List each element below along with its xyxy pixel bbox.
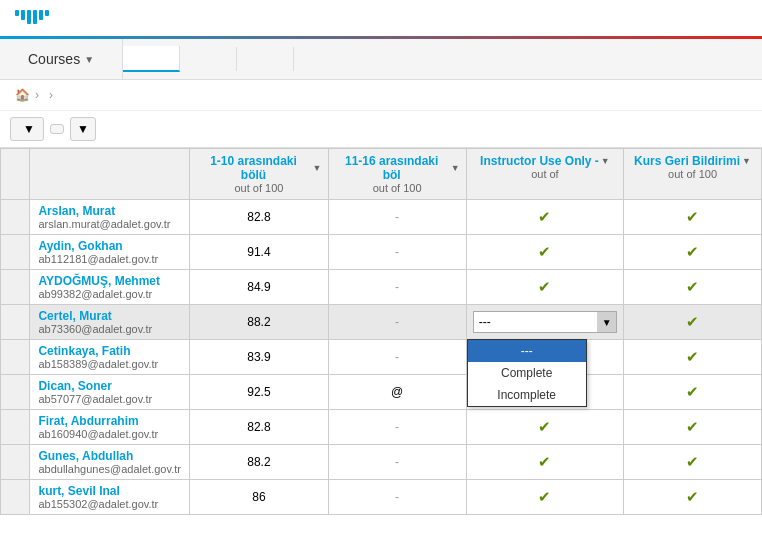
nav-assignments[interactable] [123,46,180,72]
checkmark-icon: ✔ [538,488,551,505]
col1-sub: out of 100 [234,182,283,194]
checkmark-icon: ✔ [686,383,699,400]
row-controls [1,270,30,305]
col3-value: ✔ [466,445,623,480]
col3-value[interactable]: --- Complete Incomplete ▼ --- Complete I… [466,305,623,340]
col1-value: 92.5 [190,375,328,410]
dash-icon: - [395,210,399,224]
dash-icon: - [395,350,399,364]
col4-value: ✔ [624,480,762,515]
student-name[interactable]: Cetinkaya, Fatih [38,344,183,358]
student-name[interactable]: Arslan, Murat [38,204,183,218]
col2-value: - [328,305,466,340]
checkmark-icon: ✔ [686,418,699,435]
table-row: kurt, Sevil Inalab155302@adalet.gov.tr86… [1,480,762,515]
options-button[interactable]: ▼ [10,117,44,141]
col2-value: - [328,270,466,305]
home-icon[interactable]: 🏠 [15,88,30,102]
toolbar: ▼ ▼ [0,111,762,148]
col3-sub: out of [531,168,559,180]
student-email: ab160940@adalet.gov.tr [38,428,183,440]
checkmark-icon: ✔ [686,278,699,295]
row-controls [1,375,30,410]
student-name[interactable]: kurt, Sevil Inal [38,484,183,498]
dropdown-popup: --- Complete Incomplete [467,339,587,407]
checkmark-icon: ✔ [686,453,699,470]
student-name[interactable]: Dican, Soner [38,379,183,393]
student-email: ab158389@adalet.gov.tr [38,358,183,370]
refresh-button[interactable] [50,124,64,134]
col4-value: ✔ [624,270,762,305]
th-col2: 11-16 arasındaki böl ▼ out of 100 [328,149,466,200]
dash-icon: - [395,420,399,434]
dropdown-option-incomplete[interactable]: Incomplete [468,384,586,406]
student-email: abdullahgunes@adalet.gov.tr [38,463,183,475]
nav-calendar[interactable] [237,47,294,71]
col4-value: ✔ [624,305,762,340]
dropdown-option-complete[interactable]: Complete [468,362,586,384]
col1-value: 83.9 [190,340,328,375]
checkmark-icon: ✔ [538,453,551,470]
instructor-dropdown-select[interactable]: --- Complete Incomplete [473,311,617,333]
dash-icon: - [395,280,399,294]
col4-filter-icon[interactable]: ▼ [742,156,751,166]
col2-filter-icon[interactable]: ▼ [451,163,460,173]
student-name[interactable]: Gunes, Abdullah [38,449,183,463]
table-row: Firat, Abdurrahimab160940@adalet.gov.tr8… [1,410,762,445]
col4-value: ✔ [624,375,762,410]
nav-grades[interactable] [180,47,237,71]
instructor-dropdown-wrapper: --- Complete Incomplete ▼ [473,311,617,333]
th-col3: Instructor Use Only - ▼ out of [466,149,623,200]
row-controls [1,305,30,340]
student-info-cell: kurt, Sevil Inalab155302@adalet.gov.tr [30,480,190,515]
checkmark-icon: ✔ [538,243,551,260]
dash-icon: - [395,455,399,469]
table-row: AYDOĞMUŞ, Mehmetab99382@adalet.gov.tr84.… [1,270,762,305]
student-name[interactable]: Firat, Abdurrahim [38,414,183,428]
th-controls [1,149,30,200]
col1-filter-icon[interactable]: ▼ [313,163,322,173]
col3-title: Instructor Use Only - [480,154,599,168]
row-controls [1,235,30,270]
student-email: ab155302@adalet.gov.tr [38,498,183,510]
col1-value: 84.9 [190,270,328,305]
col2-value: - [328,410,466,445]
dropdown-arrow-button[interactable]: ▼ [597,311,617,333]
nav-courses-label: Courses [28,51,80,67]
refresh-dropdown-button[interactable]: ▼ [70,117,96,141]
col3-filter-icon[interactable]: ▼ [601,156,610,166]
col1-value: 91.4 [190,235,328,270]
col2-sub: out of 100 [373,182,422,194]
checkmark-icon: ✔ [686,348,699,365]
student-info-cell: Arslan, Muratarslan.murat@adalet.gov.tr [30,200,190,235]
table-row: Dican, Sonerab57077@adalet.gov.tr92.5@✔✔ [1,375,762,410]
row-controls [1,200,30,235]
sep1: › [35,88,39,102]
table-row: Arslan, Muratarslan.murat@adalet.gov.tr8… [1,200,762,235]
nav-courses[interactable]: Courses ▼ [0,39,123,79]
student-info-cell: Certel, Muratab73360@adalet.gov.tr [30,305,190,340]
col1-title: 1-10 arasındaki bölü [196,154,310,182]
col1-value: 82.8 [190,200,328,235]
student-name[interactable]: AYDOĞMUŞ, Mehmet [38,274,183,288]
student-email: ab112181@adalet.gov.tr [38,253,183,265]
cisco-bars [15,10,49,24]
col3-value: ✔ [466,235,623,270]
th-student [30,149,190,200]
row-controls [1,480,30,515]
checkmark-icon: ✔ [686,208,699,225]
dash-icon: - [395,315,399,329]
checkmark-icon: ✔ [538,418,551,435]
checkmark-icon: ✔ [686,243,699,260]
row-controls [1,445,30,480]
options-dropdown-icon: ▼ [23,122,35,136]
dropdown-option-dashes[interactable]: --- [468,340,586,362]
courses-dropdown-icon: ▼ [84,54,94,65]
student-name[interactable]: Certel, Murat [38,309,183,323]
col2-value: - [328,200,466,235]
col4-title: Kurs Geri Bildirimi [634,154,740,168]
col4-value: ✔ [624,340,762,375]
student-name[interactable]: Aydin, Gokhan [38,239,183,253]
main-nav: Courses ▼ [0,39,762,80]
col4-value: ✔ [624,410,762,445]
